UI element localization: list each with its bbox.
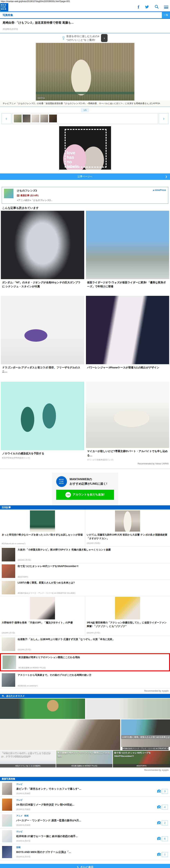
button-label: さらに表示	[80, 866, 93, 868]
featured-list-item[interactable]: 大泉洋:「小林賢太郎テレビ」第10弾でSPゲスト 究極の漫才風しゃべくりコント披…	[0, 547, 170, 563]
recommend-card[interactable]: パワーレンジャー:iPhoneケースが登場 5人の戦士がデザイン	[85, 296, 170, 382]
item-title: 街で見つけたオシャレ40代コーデをSNAP!December⑦	[18, 564, 168, 568]
photo-thumbnail[interactable]	[23, 115, 31, 122]
top-ad-banner[interactable]: i ✕ 音楽を存分に楽しむための4 つの“いいこと”をご案内! ›	[0, 33, 170, 43]
category-tag[interactable]: テレビ	[16, 783, 23, 786]
mantanweb-logo[interactable]: MAN TAN WEB	[0, 3, 8, 11]
card-source: (2019年1月6日)	[87, 540, 168, 545]
category-tag[interactable]: 映画	[25, 814, 29, 817]
category-tag[interactable]: 芸能	[16, 846, 20, 849]
recommend-card[interactable]: ドラゴンボール:アディダスと初コラボ 悟空、フリーザモデルのスニ…	[0, 296, 85, 382]
suggest-tile[interactable]	[0, 719, 120, 750]
line-promo-box: MAN TAN WEB MANTANWEBの おすすめ記事がLINEに届く! L…	[52, 473, 118, 505]
item-source: (2019年1月7日)	[18, 648, 168, 651]
animepress-logo[interactable]: ▲nimePress	[152, 189, 166, 191]
photo-count-badge[interactable]: 2	[162, 820, 168, 826]
section-label[interactable]: 写真特集	[3, 13, 13, 17]
photo-thumbnail[interactable]	[14, 115, 22, 122]
photo-list-item[interactable]: アニメ 映画 バースデー・ワンダーランド:原恵一監督の新作が4月... 2019…	[0, 813, 170, 829]
featured-list-item[interactable]: アスリートから写真家まで。その道のプロがこだわる時間の使い方 AD(BOSE o…	[0, 672, 170, 688]
photo-caption: テレビアニメ「けものフレンズ2」の特番「放送開始直前特番『けものフレンズ2 #0…	[0, 100, 170, 107]
featured-card[interactable]: いだてん:宮藤官九郎作19年大河 初回から大反響 テンポの良さ視聴者絶賛「さすが…	[85, 509, 170, 546]
article-thumbnail	[2, 799, 12, 811]
ad-arrow-button[interactable]: ›	[101, 34, 108, 42]
kamen-rider-article-image	[86, 211, 169, 279]
sneaker-article-image	[1, 296, 84, 364]
item-date: 2019年01月07日	[16, 856, 149, 858]
facebook-icon[interactable]: f	[138, 5, 139, 9]
item-date: 2019年01月07日	[16, 840, 149, 842]
ad-close-icon[interactable]: ✕	[63, 38, 64, 40]
line-add-friend-button[interactable]: LINE アカウントを友だち追加!	[56, 490, 114, 500]
photo-list-item[interactable]: テレビ 24:初の日本版リメーク制作決定 テレ朝×20世紀... 2019年01…	[0, 797, 170, 813]
suggest-tile[interactable]: 「本当に走っているの?」と思ってしまうほど静か、クラウン試乗体験公開中 AD(ク…	[0, 751, 56, 768]
recommend-card[interactable]: ガンダム:「NT」のネオ・ジオングが全高83センチの巨大ガンプラに シナンジュ・…	[0, 211, 85, 296]
item-source: AD(東京建物 on MONEY PLUS)	[18, 666, 167, 669]
thumbnail-carousel: ‹ ›	[1, 113, 169, 124]
photo-count-badge[interactable]: 3	[162, 789, 168, 794]
featured-card[interactable]: きっと即完売!?希少なローズを使ったコスパ良すぎなお試しセットが登場 AD(Na…	[0, 509, 85, 546]
show-more-button[interactable]: ❯ さらに表示	[0, 864, 170, 868]
tile-source: AD(クラウン by トヨタ自動車)	[0, 764, 56, 768]
twitter-icon[interactable]	[144, 5, 149, 9]
photo-thumbnail[interactable]	[32, 115, 39, 122]
category-tag[interactable]: テレビ	[16, 799, 23, 802]
recommend-card[interactable]: ノロウイルスの感染拡大を予防する 町田予防衛生研究所[提供リンク]	[0, 382, 85, 461]
series-title[interactable]: けものフレンズ2	[17, 189, 52, 192]
suggest-tile[interactable]: 街で見つけたオシャレ40代コーデをSNAP!December⑦ AD(STORY…	[113, 751, 170, 768]
featured-card[interactable]: 大野柚布子:復帰を発表 「天使の3P!」「魔法少女サイト」の声優 (2019年1…	[0, 596, 85, 636]
camera-icon	[157, 853, 161, 856]
series-thumbnail[interactable]	[4, 189, 13, 198]
item-date: 2019年01月08日	[16, 792, 149, 795]
carousel-prev-button[interactable]: ‹	[1, 113, 11, 124]
photo-list-item[interactable]: テレビ 松井玲奈:27歳でセーラー服に 鈴木福の初恋の相手... 2019年01…	[0, 829, 170, 844]
card-source: AD(NatureLab on antenna*)	[2, 541, 83, 545]
featured-list-item[interactable]: 街で見つけたオシャレ40代コーデをSNAP!December⑦ AD(STORY…	[0, 563, 170, 580]
search-icon[interactable]	[155, 4, 159, 10]
series-article-link[interactable]: <アニメ紹介>「けものフレンズ2...	[17, 199, 52, 202]
suggest-tile[interactable]: 東京建物が湾岸エリアのマンション開発にこだわる理由 AD(東京建物 on MON…	[56, 751, 113, 768]
featured-list-item[interactable]: LGBTの働く環境。星賢人さんが見つめる未来とは? AD(株式会社クリーク・アン…	[0, 580, 170, 596]
item-source: (2019年1月7日)	[18, 559, 168, 561]
button-label: アカウントを友だち追加!	[73, 493, 104, 496]
featured-list-item-highlighted[interactable]: 東京建物が湾岸エリアのマンション開発にこだわる理由 AD(東京建物 on MON…	[0, 653, 170, 671]
article-thumbnail	[2, 673, 15, 687]
category-tag[interactable]: テレビ	[16, 830, 23, 833]
suggest-tile[interactable]	[0, 699, 85, 719]
ad-text: love	[67, 151, 79, 155]
featured-card[interactable]: 3年A組:菅田将暉の「アクション俳優目指してた」に仮面ライダーファン興奮! 「ゾ…	[85, 596, 170, 636]
card-source: (2019年1月7日)	[2, 630, 83, 634]
featured-list-item[interactable]: 仙道敦子:「おしん」以来36年ぶり朝ドラ 広瀬すず主演「なつぞら」出演「本当に光…	[0, 636, 170, 653]
photo-list-item[interactable]: 芸能 BOYS AND MEN:初のナゴヤドーム公演は「... 2019年01月…	[0, 844, 170, 860]
card-title: 3年A組:菅田将暉の「アクション俳優目指してた」に仮面ライダーファン興奮! 「ゾ…	[87, 621, 168, 628]
photo-thumbnail[interactable]	[49, 115, 57, 122]
photo-count-badge[interactable]: 1	[162, 852, 168, 857]
suggest-tile[interactable]	[86, 699, 170, 719]
item-source: AD(株式会社クリーク・アンド・リバー社 on CREATIVE VILLAGE…	[18, 592, 168, 594]
latest-articles-link[interactable]: 最新記事 (全14件)	[17, 194, 52, 197]
card-title: 大野柚布子:復帰を発表 「天使の3P!」「魔法少女サイト」の声優	[2, 621, 83, 624]
photo-thumbnail[interactable]	[40, 115, 48, 122]
card-title: いだてん:宮藤官九郎作19年大河 初回から大反響 テンポの良さ視聴者絶賛「さすが…	[87, 533, 168, 540]
love-has-no-labels-ad[interactable]: love has no labels	[59, 126, 111, 169]
recommend-card[interactable]: 仮面ライダージオウ:ウォズが仮面ライダーに変身! 「優美な変身ポーズ」で年明けに…	[85, 211, 170, 296]
item-source: AD(BOSE on antenna*)	[18, 685, 168, 687]
recommend-card[interactable]: マイカーが欲しいけど?専業主婦やパート・アルバイトでも申し込める… オリックス自…	[85, 382, 170, 461]
car-ad-image	[86, 382, 169, 448]
photo-count-badge[interactable]: 6	[162, 836, 168, 841]
main-photo[interactable]: ©KFP2A	[36, 43, 134, 100]
to-article-button[interactable]: 記事ページへ ❯	[0, 174, 170, 180]
menu-icon[interactable]	[164, 6, 168, 8]
category-tag[interactable]: アニメ	[16, 814, 23, 817]
photo-count-badge[interactable]: 4	[162, 805, 168, 810]
carousel-next-button[interactable]: ›	[159, 113, 169, 124]
camera-icon	[157, 822, 161, 824]
card-title: 仮面ライダージオウ:ウォズが仮面ライダーに変身! 「優美な変身ポーズ」で年明けに…	[86, 279, 169, 288]
suggest-tile[interactable]: LGBTの働く環境。星賢人さんが見つめる未来とは? AD(株式会社クリーク・アン…	[121, 719, 170, 750]
photo-list-item[interactable]: テレビ 泉ピン子:「家売るオンナ」でネットカフェで暮らす“... 2019年01…	[0, 781, 170, 797]
article-thumbnail	[2, 638, 15, 651]
list-button[interactable]: 一覧	[162, 12, 170, 18]
ad-info-icon[interactable]: i	[62, 36, 65, 38]
item-date: 2019年01月08日	[16, 808, 149, 811]
item-title: アスリートから写真家まで。その道のプロがこだわる時間の使い方	[18, 673, 168, 677]
